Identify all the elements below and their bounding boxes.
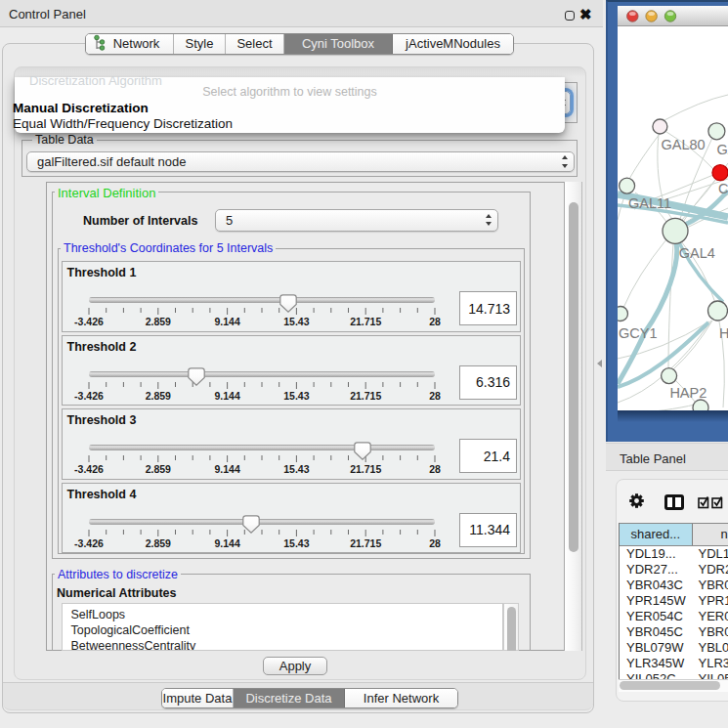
svg-text:C: C bbox=[718, 181, 728, 196]
svg-text:GAL80: GAL80 bbox=[662, 137, 706, 152]
svg-text:GCY1: GCY1 bbox=[619, 325, 658, 341]
svg-text:GA: GA bbox=[716, 142, 728, 157]
svg-text:HAP2: HAP2 bbox=[669, 385, 707, 401]
svg-text:H: H bbox=[719, 325, 728, 341]
svg-text:GAL11: GAL11 bbox=[628, 195, 671, 211]
svg-text:GAL4: GAL4 bbox=[679, 245, 715, 261]
